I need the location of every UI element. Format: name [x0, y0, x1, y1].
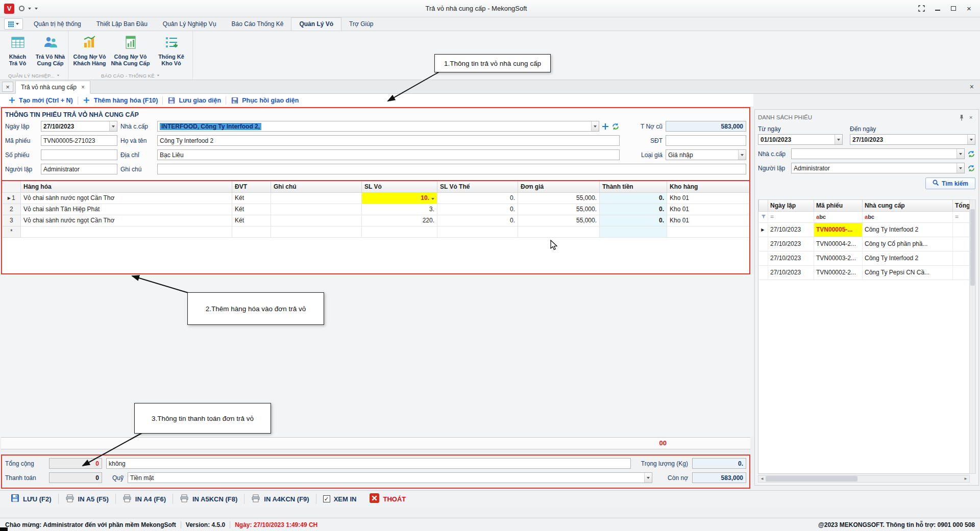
refresh-icon[interactable]	[967, 164, 975, 172]
panel-supplier-combo[interactable]	[791, 148, 965, 159]
chevron-down-icon[interactable]	[28, 8, 31, 10]
search-button[interactable]: Tìm kiếm	[925, 178, 975, 189]
col-ma-phieu[interactable]: Mã phiếu	[814, 200, 863, 211]
chevron-down-icon[interactable]	[644, 473, 652, 483]
chevron-down-icon[interactable]	[591, 121, 599, 131]
col-sl-vo[interactable]: SL Vỏ	[362, 181, 437, 192]
col-tong-tien[interactable]: Tổng tiề	[953, 200, 970, 211]
chevron-down-icon[interactable]	[957, 149, 964, 159]
document-tab[interactable]: Trả vỏ nhà cung cấp ×	[15, 81, 90, 94]
quy-combo[interactable]: Tiền mặt	[128, 472, 652, 483]
ngay-lap-date-picker[interactable]: 27/10/2023	[41, 121, 117, 132]
add-item-button[interactable]: Thêm hàng hóa (F10)	[78, 96, 163, 105]
print-a5kcn-button[interactable]: IN A5KCN (F8)	[173, 491, 244, 508]
filter-cell[interactable]: =	[768, 211, 814, 222]
minimize-button[interactable]	[930, 3, 944, 15]
dia-chi-input[interactable]: Bạc Liêu	[157, 149, 620, 160]
ribbon-button-thong-ke-kho-vo[interactable]: Thống Kê Kho Vỏ	[151, 33, 192, 67]
document-area-close-button[interactable]: ×	[970, 83, 978, 91]
pin-icon[interactable]	[957, 114, 966, 121]
print-a5-button[interactable]: IN A5 (F5)	[59, 491, 115, 508]
auto-filter-row[interactable]: = abc abc =	[759, 211, 970, 222]
filter-cell[interactable]: abc	[863, 211, 953, 222]
supplier-combo[interactable]: INTERFOOD, Công Ty Interfood 2,	[157, 121, 599, 132]
sdt-input[interactable]	[666, 135, 746, 146]
list-item[interactable]: ▶ 27/10/2023 TVN00005-... Công Ty Interf…	[759, 222, 970, 237]
col-don-gia[interactable]: Đơn giá	[518, 181, 600, 192]
filter-cell[interactable]: abc	[814, 211, 863, 222]
col-ghi-chu[interactable]: Ghi chú	[271, 181, 362, 192]
chevron-down-icon[interactable]	[967, 135, 975, 144]
tab-thiet-lap-ban-dau[interactable]: Thiết Lập Ban Đầu	[89, 17, 155, 31]
ribbon-button-tra-vo-nha-cung-cap[interactable]: Trả Vỏ Nhà Cung Cấp	[34, 33, 67, 67]
ribbon-button-cong-no-vo-nha-cung-cap[interactable]: Công Nợ Vỏ Nhà Cung Cấp	[110, 33, 151, 67]
list-item[interactable]: 27/10/2023 TVN00003-2... Công Ty Interfo…	[759, 251, 970, 265]
new-voucher-button[interactable]: Tạo mới (Ctrl + N)	[3, 96, 78, 105]
quick-access-circle-icon[interactable]	[19, 6, 24, 11]
ho-ten-input[interactable]: Công Ty Interfood 2	[157, 135, 620, 146]
refresh-icon[interactable]	[611, 122, 620, 131]
tab-quan-ly-vo[interactable]: Quản Lý Vỏ	[291, 17, 341, 31]
print-a4kcn-button[interactable]: IN A4KCN (F9)	[244, 491, 315, 508]
chevron-down-icon[interactable]	[109, 121, 117, 131]
application-menu-button[interactable]	[4, 18, 23, 30]
col-thanh-tien[interactable]: Thành tiền	[600, 181, 667, 192]
nguoi-lap-input[interactable]: Administrator	[41, 164, 117, 174]
chevron-down-icon[interactable]	[957, 163, 964, 173]
col-hang-hoa[interactable]: Hàng hóa	[21, 181, 232, 192]
save-layout-button[interactable]: Lưu giao diện	[163, 96, 226, 105]
ghi-chu-input[interactable]	[157, 164, 746, 174]
col-sl-vo-the[interactable]: SL Vỏ Thế	[437, 181, 518, 192]
exit-button[interactable]: THOÁT	[363, 491, 412, 508]
scroll-right-icon[interactable]: ►	[962, 475, 969, 482]
tab-tro-giup[interactable]: Trợ Giúp	[341, 17, 381, 31]
ribbon-group-caption[interactable]: BÁO CÁO - THỐNG KÊ	[68, 71, 192, 80]
chevron-down-icon[interactable]	[835, 135, 842, 144]
scrollbar-thumb[interactable]	[766, 476, 857, 482]
maximize-button[interactable]	[946, 3, 960, 15]
sl-vo-cell-editing[interactable]: 10.	[362, 192, 437, 204]
scrollbar-thumb[interactable]	[970, 209, 975, 286]
save-button[interactable]: LƯU (F2)	[4, 491, 58, 508]
new-row[interactable]: *	[3, 226, 750, 237]
vertical-scrollbar[interactable]	[969, 199, 976, 474]
table-row[interactable]: 2 Vỏ chai sành Tân Hiệp Phát Két 3. 0. 5…	[3, 204, 750, 215]
tab-list-close-button[interactable]: ×	[2, 82, 13, 92]
restore-layout-button[interactable]: Phục hồi giao diện	[226, 96, 303, 105]
panel-nguoi-lap-combo[interactable]: Administrator	[791, 163, 965, 173]
col-dvt[interactable]: ĐVT	[232, 181, 271, 192]
ribbon-button-cong-no-vo-khach-hang[interactable]: Công Nợ Vỏ Khách Hàng	[69, 33, 110, 67]
chevron-down-icon[interactable]	[738, 150, 746, 160]
xem-in-checkbox[interactable]: ✓ XEM IN	[316, 491, 363, 508]
tu-ngay-date-picker[interactable]: 01/10/2023	[758, 134, 843, 145]
tab-bao-cao-thong-ke[interactable]: Báo Cáo Thống Kê	[224, 17, 291, 31]
tab-close-icon[interactable]: ×	[81, 84, 85, 91]
ribbon-button-khach-tra-vo[interactable]: Khách Trả Vỏ	[2, 33, 34, 67]
loai-gia-combo[interactable]: Giá nhập	[666, 149, 746, 160]
print-a4-button[interactable]: IN A4 (F6)	[116, 491, 173, 508]
table-row[interactable]: ▶1 Vỏ chai sành nước ngọt Cần Thơ Két 10…	[3, 192, 750, 204]
refresh-icon[interactable]	[967, 150, 975, 158]
filter-cell[interactable]: =	[953, 211, 970, 222]
horizontal-scrollbar[interactable]: ◄ ►	[758, 475, 970, 483]
so-phieu-input[interactable]	[41, 149, 117, 160]
ribbon-group-caption[interactable]: QUẢN LÝ NGHIỆP...	[0, 71, 68, 80]
den-ngay-date-picker[interactable]: 27/10/2023	[850, 134, 975, 145]
col-kho-hang[interactable]: Kho hàng	[667, 181, 750, 192]
col-nha-cung-cap[interactable]: Nhà cung cấp	[863, 200, 953, 211]
tab-quan-tri-he-thong[interactable]: Quản trị hệ thống	[26, 17, 89, 31]
tab-quan-ly-nghiep-vu[interactable]: Quản Lý Nghiệp Vụ	[155, 17, 224, 31]
close-button[interactable]: ×	[962, 3, 976, 15]
table-row[interactable]: 3 Vỏ chai sành nước ngọt Cần Thơ Két 220…	[3, 215, 750, 226]
selected-voucher-code[interactable]: TVN00005-...	[814, 222, 863, 237]
payment-note-input[interactable]: không	[106, 458, 631, 469]
add-supplier-icon[interactable]	[601, 122, 609, 131]
list-item[interactable]: 27/10/2023 TVN00004-2... Công ty Cổ phần…	[759, 237, 970, 251]
ma-phieu-input[interactable]: TVN00005-271023	[41, 135, 117, 146]
col-ngay-lap[interactable]: Ngày lập	[768, 200, 814, 211]
scroll-left-icon[interactable]: ◄	[758, 475, 766, 482]
panel-close-icon[interactable]: ×	[966, 114, 975, 120]
fit-screen-button[interactable]	[915, 3, 928, 15]
checkbox-checked-icon[interactable]: ✓	[323, 495, 330, 502]
list-item[interactable]: 27/10/2023 TVN00002-2... Công Ty Pepsi C…	[759, 265, 970, 280]
